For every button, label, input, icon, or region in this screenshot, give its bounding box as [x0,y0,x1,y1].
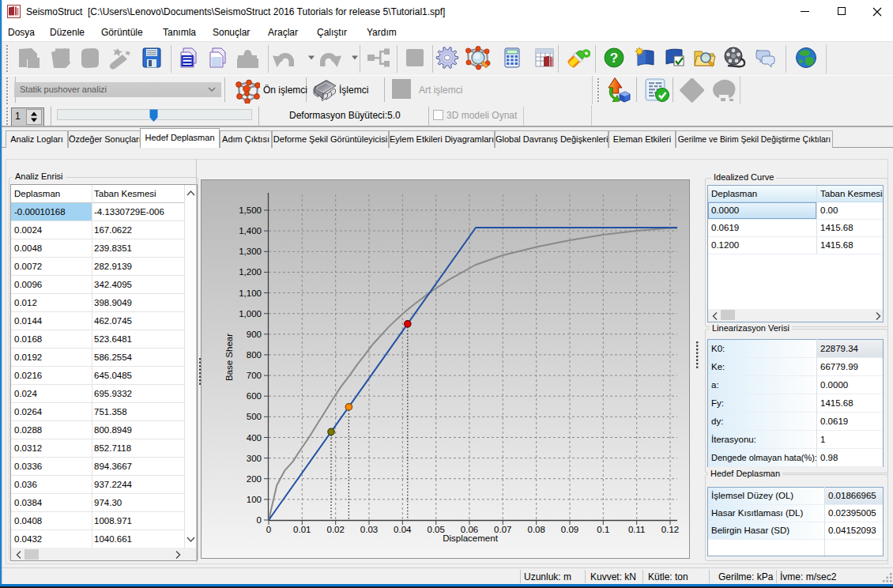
svg-text:0.04: 0.04 [394,525,412,534]
svg-text:0.03: 0.03 [360,525,378,534]
svg-text:300: 300 [247,454,262,463]
svg-text:200: 200 [247,474,262,484]
svg-text:0: 0 [257,515,262,525]
svg-text:1,400: 1,400 [239,226,262,236]
svg-text:0.11: 0.11 [628,525,646,534]
svg-text:1,500: 1,500 [239,205,262,215]
svg-text:Base Shear: Base Shear [224,334,234,381]
svg-text:500: 500 [247,412,262,421]
svg-text:400: 400 [247,433,262,443]
svg-text:1,300: 1,300 [239,247,262,256]
svg-text:0: 0 [266,525,271,534]
svg-text:900: 900 [247,330,262,339]
svg-text:100: 100 [247,495,262,504]
svg-text:0.12: 0.12 [661,525,679,534]
svg-text:0.09: 0.09 [561,525,578,534]
svg-text:?: ? [610,51,618,66]
svg-text:0.1: 0.1 [597,525,609,534]
svg-text:1,200: 1,200 [239,267,262,277]
svg-text:0.02: 0.02 [327,525,345,534]
svg-text:800: 800 [247,350,262,360]
svg-text:0.08: 0.08 [528,525,545,534]
svg-text:1,100: 1,100 [239,288,262,298]
svg-text:Displacement: Displacement [443,533,498,543]
svg-text:0.01: 0.01 [293,525,311,534]
svg-text:700: 700 [247,371,262,380]
svg-text:1,000: 1,000 [239,309,262,318]
svg-text:600: 600 [247,391,262,401]
